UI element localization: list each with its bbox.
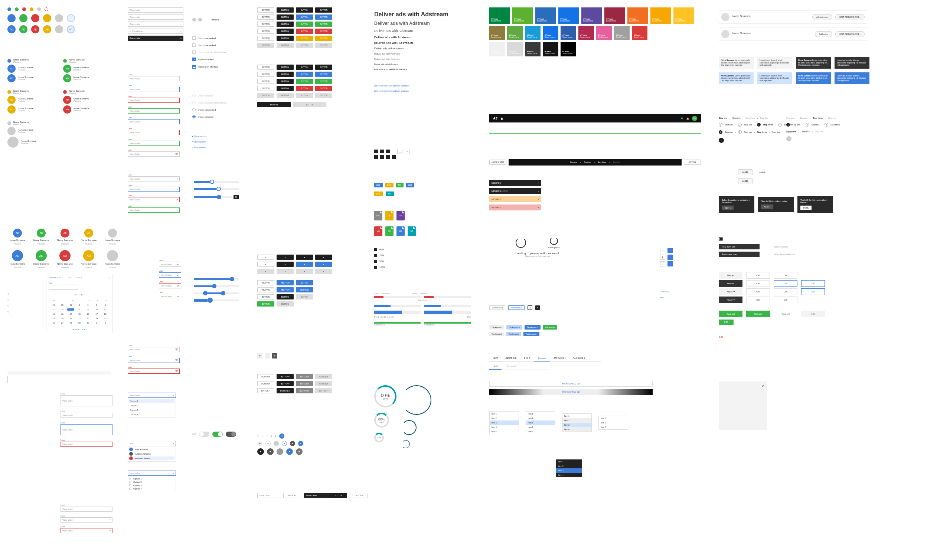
comment-bar[interactable]	[8, 371, 111, 383]
close-icon[interactable]: ×	[761, 384, 764, 389]
far-selects: LabelValue Label▾ LabelValue Label▾ Labe…	[60, 504, 112, 533]
avatar	[8, 14, 15, 22]
avatar-dot	[22, 8, 26, 11]
grey-modal: ×	[719, 382, 767, 430]
button-grid: BUTTONBUTTONBUTTONBUTTON BUTTONBUTTONBUT…	[257, 8, 332, 107]
dark-list[interactable]: Item 1 Item 2 Item 3 Item 4	[556, 459, 582, 477]
avatar-initials: AD	[8, 25, 15, 34]
avatar	[19, 14, 28, 22]
breadcrumb-steppers-2: Step one › Step two › Step three › Step …	[786, 117, 840, 142]
step-bar: ‹ BACK A STEP Step one › Step two › Step…	[489, 159, 701, 166]
stepper-inputs: LabelValue Label▾ LabelValue Label▾ Labe…	[128, 174, 180, 213]
links: ▸ Show section ▾ Hide section ▾ This sec…	[192, 135, 207, 148]
checkboxes: Option unchecked Option unchecked Option…	[192, 36, 226, 69]
list-boxes: Item 1Item 2Item 3Item 4Item 5 Item 1Ite…	[489, 411, 628, 434]
avatar	[55, 25, 63, 34]
menu-icon[interactable]: 📋	[500, 117, 503, 120]
avatar-dot	[45, 8, 48, 11]
search-icon[interactable]: 🔍	[681, 117, 684, 120]
avatar-list: Name SurnamePleasure ADName SurnamePleas…	[8, 58, 63, 148]
select-open[interactable]: Value Label▾ Option 1 Option 2 Option 3 …	[128, 392, 176, 418]
highlighted: HIGHLIGHTED CD HIGHLIGHTED CD	[489, 381, 653, 395]
breadcrumb-steppers: Step one › Step two › Step three › Step …	[719, 117, 793, 143]
avatar-dot	[37, 8, 41, 11]
loading: Loading more Loading ... please wait a m…	[489, 237, 586, 257]
close-icon[interactable]: ×	[109, 277, 110, 279]
avatar-dot	[30, 8, 34, 11]
avatar-initials: AD	[67, 25, 75, 34]
percent-rows: 00% 25% 57% 100%	[374, 248, 385, 269]
heart-icons: ♥♡♥♥♥♥ ♥ ♥ ♥ ♥ ♥ ♥ ♥ ♥ ♥	[257, 434, 303, 455]
avatar-initials: AD	[43, 25, 51, 34]
spinners: LabelValue Label▴▾ LabelValue Label▴▾ La…	[159, 259, 181, 299]
circle-icon: ○	[8, 299, 9, 301]
labeled-inputs: LabelValue Label LabelValue Label LabelV…	[128, 74, 180, 157]
split-buttons: ♥♥♥♥ ♥♥♥♥ ♥♥♥♥ ♥ BUTTON♥ BUTTONBUTTON ♥ …	[257, 255, 332, 306]
cells-grid: Header Header Header ▾ Header ▾ Cell Cel…	[719, 272, 825, 338]
tag-keywords: Tag keyword Tag keyword × Tag keyword × …	[489, 325, 557, 336]
avatar-initials: AD	[31, 25, 39, 34]
icon-strip: ↖ ○ ○ ○	[8, 292, 9, 313]
new-item-rows: New item rowNew item row Add a new oneAf…	[719, 244, 838, 257]
avatar-initials: AD	[19, 25, 28, 34]
avatar	[67, 14, 75, 22]
note-cards: Name Surname Lorem ipsum dolor sit amet,…	[719, 57, 871, 84]
donuts: 00%STATE 00%STATE 00%	[374, 385, 431, 448]
tabs-short[interactable]: LEFTTAB NAME 1	[489, 364, 549, 370]
pointer-icon: ↖	[8, 292, 9, 295]
mini-icons: ⤓ ≡	[374, 149, 410, 154]
palette-grid: #TheseSwatch name#TheseSwatch name#These…	[489, 8, 694, 56]
circle-icon: ○	[8, 311, 9, 313]
admin-chips: Administrator Administrator A B	[489, 305, 540, 310]
avatar-stack: ADName SurnamePleasure ADName SurnamePle…	[10, 229, 120, 269]
circle-icon: ○	[8, 305, 9, 307]
radio-big[interactable]	[719, 237, 723, 241]
avatar-dot	[15, 8, 18, 11]
select-checkboxes[interactable]: Value Label▾ ☑Option 1 ☐Option 2 ☐Option…	[128, 471, 176, 491]
dropdown-buttons: BUTTON ▾BUTTON ▾BUTTON ▾BUTTON ▾ BUTTON …	[257, 374, 332, 393]
radios: Option disabled Option selected and disa…	[192, 94, 226, 118]
bell-icon[interactable]: 🔔	[687, 117, 689, 120]
avatar-list: Name SurnamePleasure ADName SurnamePleas…	[63, 58, 119, 114]
pager-links: ‹ Previous Next ›	[660, 291, 669, 299]
pager-squares: ‹1 2› ›+	[660, 248, 673, 266]
tooltip-cards: Select the option to get going in the se…	[719, 196, 833, 213]
typography: Deliver ads with Adstream Deliver ads wi…	[374, 11, 448, 92]
datepicker[interactable]: SINGLE DATE DATE RANGE × Date APRIL MTWT…	[46, 274, 113, 333]
combo-inputs: Value LabelBUTTON Value LabelBUTTON BUTT…	[257, 493, 368, 498]
progress-group: Error / DisabledError / Disabled Require…	[374, 292, 471, 326]
avatar	[43, 14, 51, 22]
navbar: A5 📋 🔍 🔔 AD	[489, 114, 701, 123]
calendar-inputs: LabelValue Label📅 LabelValue Label📅 Labe…	[128, 345, 180, 374]
avatar-dot	[8, 8, 11, 11]
color-chips: ERR DOC TTX ERR	[374, 183, 414, 188]
tabs[interactable]: LEFTCENTRE-IDRIGHTElementsTAB NAME 1TAB …	[489, 355, 600, 362]
square-icons: ♥ ♥	[257, 353, 277, 358]
toggle[interactable]: Intuitive	[192, 18, 248, 22]
select-people[interactable]: And▾ Any Andrews Andrew Charles Andrew J…	[128, 441, 176, 462]
switches: OFF	[192, 432, 236, 437]
avatar	[55, 14, 63, 22]
messages: MESSAGE× MESSAGE ACTION× MESSAGE× MESSAG…	[489, 180, 541, 211]
sliders: 00	[194, 181, 239, 302]
input-variants: Placeholder▾ Placeholder Placeholder♥ ♥P…	[128, 8, 183, 41]
date-input[interactable]	[49, 285, 79, 290]
pills: LABELswitch LABEL	[738, 169, 765, 184]
file-badges: SVG SVG SVG	[374, 211, 405, 220]
progress-line	[489, 133, 701, 134]
permission-rows: Name Surname… Administrator EDIT PERMISS…	[719, 11, 867, 41]
avatar	[31, 14, 39, 22]
right-inputs: LabelValue Label LabelValue Label LabelV…	[60, 392, 112, 447]
